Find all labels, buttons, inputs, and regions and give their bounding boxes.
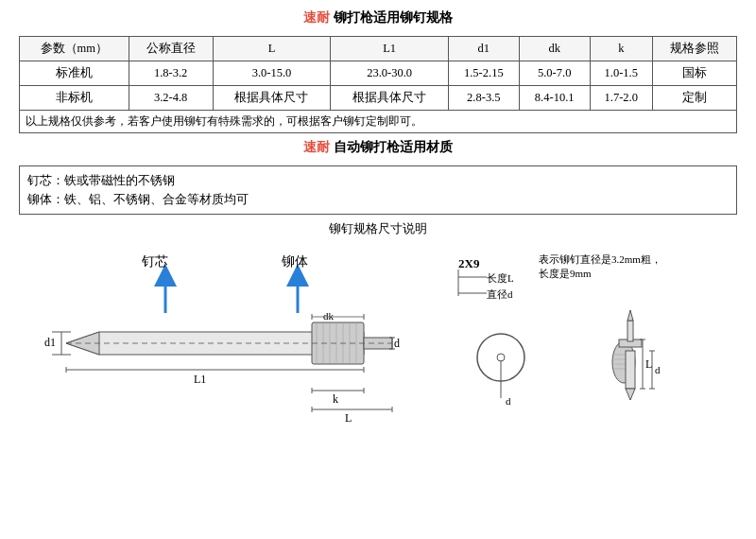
cell-n-2: 根据具体尺寸 <box>213 86 331 111</box>
svg-text:L1: L1 <box>194 373 206 386</box>
svg-text:d: d <box>394 337 400 350</box>
table-note: 以上规格仅供参考，若客户使用铆钉有特殊需求的，可根据客户铆钉定制即可。 <box>20 111 737 133</box>
table-note-row: 以上规格仅供参考，若客户使用铆钉有特殊需求的，可根据客户铆钉定制即可。 <box>20 111 737 133</box>
svg-text:L: L <box>345 411 352 424</box>
cell-n-5: 8.4-10.1 <box>519 86 590 111</box>
cell-s-4: 1.5-2.15 <box>448 61 519 86</box>
table-header-row: 参数（mm） 公称直径 L L1 d1 dk k 规格参照 <box>20 37 737 61</box>
cell-n-4: 2.8-3.5 <box>448 86 519 111</box>
spec-table-container: 参数（mm） 公称直径 L L1 d1 dk k 规格参照 标准机 1.8-3.… <box>19 36 737 133</box>
diagram-area: 钉芯 铆体 <box>19 249 737 419</box>
col-header-k: k <box>590 37 652 61</box>
cell-s-6: 1.0-1.5 <box>590 61 652 86</box>
svg-text:d1: d1 <box>44 336 56 349</box>
cell-n-7: 定制 <box>652 86 736 111</box>
svg-text:L: L <box>645 357 652 371</box>
svg-text:dk: dk <box>323 310 335 322</box>
col-header-ref: 规格参照 <box>652 37 736 61</box>
cell-s-1: 1.8-3.2 <box>129 61 213 86</box>
svg-text:钉芯: 钉芯 <box>141 254 168 269</box>
title1-text: 铆打枪适用铆钉规格 <box>334 9 453 25</box>
rivet-svg: 钉芯 铆体 <box>43 249 439 424</box>
brand1: 速耐 <box>303 9 330 25</box>
svg-marker-59 <box>627 310 633 321</box>
col-header-param: 参数（mm） <box>20 37 129 61</box>
svg-point-47 <box>497 354 505 361</box>
side-diagram: 2X9 长度L 直径d d <box>449 249 713 419</box>
svg-text:表示铆钉直径是3.2mm粗，: 表示铆钉直径是3.2mm粗， <box>539 253 662 265</box>
svg-text:d: d <box>506 395 511 407</box>
material-line2: 铆体：铁、铝、不锈钢、合金等材质均可 <box>27 190 729 209</box>
title3: 铆钉规格尺寸说明 <box>19 220 737 237</box>
cell-s-3: 23.0-30.0 <box>331 61 449 86</box>
material-box: 钉芯：铁或带磁性的不锈钢 铆体：铁、铝、不锈钢、合金等材质均可 <box>19 165 737 215</box>
col-header-diameter: 公称直径 <box>129 37 213 61</box>
col-header-L: L <box>213 37 331 61</box>
cell-n-1: 3.2-4.8 <box>129 86 213 111</box>
page: 速耐 铆打枪适用铆钉规格 参数（mm） 公称直径 L L1 d1 dk k 规格… <box>0 0 756 539</box>
title1: 速耐 铆打枪适用铆钉规格 <box>19 9 737 26</box>
svg-text:k: k <box>333 392 338 406</box>
spec-table: 参数（mm） 公称直径 L L1 d1 dk k 规格参照 标准机 1.8-3.… <box>19 36 737 133</box>
svg-rect-58 <box>627 321 633 341</box>
svg-text:直径d: 直径d <box>487 288 513 300</box>
cell-s-0: 标准机 <box>20 61 129 86</box>
brand2: 速耐 <box>303 139 330 154</box>
material-line1: 钉芯：铁或带磁性的不锈钢 <box>27 171 729 190</box>
svg-text:长度是9mm: 长度是9mm <box>539 268 592 279</box>
svg-marker-56 <box>626 389 635 400</box>
table-row-nonstandard: 非标机 3.2-4.8 根据具体尺寸 根据具体尺寸 2.8-3.5 8.4-10… <box>20 86 737 111</box>
title2: 速耐 自动铆打枪适用材质 <box>19 139 737 156</box>
rivet-diagram: 钉芯 铆体 <box>43 249 439 419</box>
title2-text: 自动铆打枪适用材质 <box>334 139 453 154</box>
cell-s-5: 5.0-7.0 <box>519 61 590 86</box>
cell-s-2: 3.0-15.0 <box>213 61 331 86</box>
table-row-standard: 标准机 1.8-3.2 3.0-15.0 23.0-30.0 1.5-2.15 … <box>20 61 737 86</box>
svg-text:2X9: 2X9 <box>458 256 480 270</box>
col-header-dk: dk <box>519 37 590 61</box>
cell-n-6: 1.7-2.0 <box>590 86 652 111</box>
cell-n-3: 根据具体尺寸 <box>331 86 449 111</box>
col-header-d1: d1 <box>448 37 519 61</box>
cell-s-7: 国标 <box>652 61 736 86</box>
svg-text:长度L: 长度L <box>487 272 514 284</box>
cell-n-0: 非标机 <box>20 86 129 111</box>
svg-text:铆体: 铆体 <box>281 254 308 269</box>
svg-text:d: d <box>655 364 661 375</box>
side-svg: 2X9 长度L 直径d d <box>449 249 723 424</box>
svg-rect-55 <box>626 351 635 389</box>
col-header-L1: L1 <box>331 37 449 61</box>
